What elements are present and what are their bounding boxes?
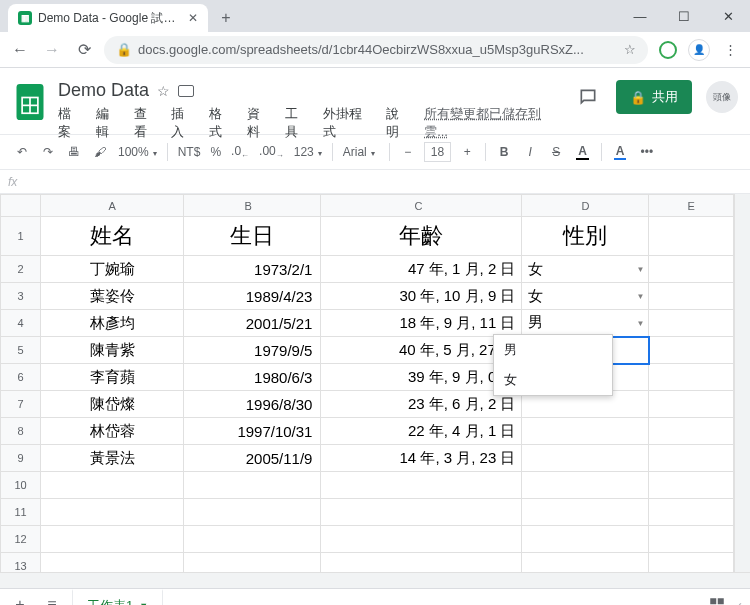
cell[interactable]: 23 年, 6 月, 2 日 bbox=[321, 391, 522, 418]
all-sheets-button[interactable]: ≡ bbox=[40, 593, 64, 606]
row-header[interactable]: 6 bbox=[1, 364, 41, 391]
cell[interactable] bbox=[321, 499, 522, 526]
percent-button[interactable]: % bbox=[208, 141, 223, 163]
cell[interactable] bbox=[522, 445, 649, 472]
col-header-b[interactable]: B bbox=[183, 195, 321, 217]
sheet-tab-1[interactable]: 工作表1▼ bbox=[72, 589, 163, 606]
cell[interactable] bbox=[649, 418, 734, 445]
sheet-grid[interactable]: A B C D E 1 姓名 生日 年齡 性別 2丁婉瑜1973/2/147 年… bbox=[0, 194, 734, 572]
cell[interactable] bbox=[522, 472, 649, 499]
back-button[interactable]: ← bbox=[8, 38, 32, 62]
horizontal-scrollbar[interactable] bbox=[0, 572, 750, 588]
dec-less-button[interactable]: .0← bbox=[229, 140, 251, 164]
dropdown-option-female[interactable]: 女 bbox=[494, 365, 612, 395]
cell[interactable]: 陳岱燦 bbox=[41, 391, 184, 418]
row-header[interactable]: 7 bbox=[1, 391, 41, 418]
explore-button[interactable] bbox=[705, 593, 729, 606]
cell[interactable] bbox=[321, 472, 522, 499]
cell[interactable] bbox=[522, 553, 649, 573]
cell[interactable]: 18 年, 9 月, 11 日 bbox=[321, 310, 522, 337]
menu-data[interactable]: 資料 bbox=[247, 105, 273, 141]
extension-icon[interactable] bbox=[656, 38, 680, 62]
cell[interactable]: 生日 bbox=[183, 217, 321, 256]
menu-view[interactable]: 查看 bbox=[134, 105, 160, 141]
row-header[interactable]: 13 bbox=[1, 553, 41, 573]
cell[interactable] bbox=[649, 391, 734, 418]
row-header[interactable]: 3 bbox=[1, 283, 41, 310]
vertical-scrollbar[interactable] bbox=[734, 194, 750, 572]
cell[interactable]: 47 年, 1 月, 2 日 bbox=[321, 256, 522, 283]
redo-button[interactable]: ↷ bbox=[38, 141, 58, 163]
cell[interactable]: 女▼ bbox=[522, 256, 649, 283]
doc-title[interactable]: Demo Data bbox=[58, 80, 149, 101]
close-window-button[interactable]: ✕ bbox=[706, 0, 750, 32]
cell[interactable]: 2001/5/21 bbox=[183, 310, 321, 337]
cell[interactable] bbox=[649, 526, 734, 553]
cell[interactable] bbox=[649, 553, 734, 573]
cell[interactable]: 1973/2/1 bbox=[183, 256, 321, 283]
currency-button[interactable]: NT$ bbox=[176, 141, 203, 163]
cell[interactable]: 林岱蓉 bbox=[41, 418, 184, 445]
menu-edit[interactable]: 編輯 bbox=[96, 105, 122, 141]
account-avatar[interactable]: 頭像 bbox=[706, 81, 738, 113]
cell[interactable]: 年齡 bbox=[321, 217, 522, 256]
row-header[interactable]: 2 bbox=[1, 256, 41, 283]
browser-tab[interactable]: ▦ Demo Data - Google 試算表 ✕ bbox=[8, 4, 208, 32]
cell[interactable] bbox=[183, 553, 321, 573]
cell[interactable] bbox=[41, 499, 184, 526]
cell[interactable] bbox=[649, 445, 734, 472]
cell[interactable]: 性別 bbox=[522, 217, 649, 256]
cell[interactable] bbox=[522, 499, 649, 526]
move-doc-icon[interactable] bbox=[178, 85, 194, 97]
dropdown-arrow-icon[interactable]: ▼ bbox=[636, 265, 644, 274]
dec-more-button[interactable]: .00→ bbox=[257, 140, 286, 164]
saved-status[interactable]: 所有變更都已儲存到雲... bbox=[424, 105, 564, 141]
profile-icon[interactable]: 👤 bbox=[688, 39, 710, 61]
row-header[interactable]: 1 bbox=[1, 217, 41, 256]
cell[interactable]: 30 年, 10 月, 9 日 bbox=[321, 283, 522, 310]
menu-help[interactable]: 說明 bbox=[386, 105, 412, 141]
strike-button[interactable]: S bbox=[546, 141, 566, 163]
url-box[interactable]: 🔒 docs.google.com/spreadsheets/d/1cbr44O… bbox=[104, 36, 648, 64]
cell[interactable] bbox=[183, 526, 321, 553]
dropdown-arrow-icon[interactable]: ▼ bbox=[636, 318, 644, 327]
cell[interactable]: 14 年, 3 月, 23 日 bbox=[321, 445, 522, 472]
cell[interactable]: 黃景法 bbox=[41, 445, 184, 472]
italic-button[interactable]: I bbox=[520, 141, 540, 163]
zoom-select[interactable]: 100% bbox=[116, 141, 159, 163]
cell[interactable] bbox=[522, 526, 649, 553]
row-header[interactable]: 4 bbox=[1, 310, 41, 337]
cell[interactable] bbox=[649, 256, 734, 283]
cell[interactable]: 男▼ bbox=[522, 310, 649, 337]
side-panel-toggle[interactable]: ‹ bbox=[737, 597, 742, 606]
font-size-input[interactable]: 18 bbox=[424, 142, 451, 162]
cell[interactable]: 1980/6/3 bbox=[183, 364, 321, 391]
row-header[interactable]: 9 bbox=[1, 445, 41, 472]
row-header[interactable]: 11 bbox=[1, 499, 41, 526]
more-toolbar-button[interactable]: ••• bbox=[636, 141, 657, 163]
select-all-corner[interactable] bbox=[1, 195, 41, 217]
cell[interactable]: 22 年, 4 月, 1 日 bbox=[321, 418, 522, 445]
add-sheet-button[interactable]: + bbox=[8, 593, 32, 606]
new-tab-button[interactable]: + bbox=[214, 6, 238, 30]
col-header-a[interactable]: A bbox=[41, 195, 184, 217]
cell[interactable] bbox=[321, 526, 522, 553]
cell[interactable]: 李育蘋 bbox=[41, 364, 184, 391]
cell[interactable] bbox=[183, 499, 321, 526]
cell[interactable]: 女▼ bbox=[522, 283, 649, 310]
share-button[interactable]: 🔒共用 bbox=[616, 80, 692, 114]
number-format-select[interactable]: 123 bbox=[292, 141, 324, 163]
cell[interactable] bbox=[649, 499, 734, 526]
cell[interactable]: 葉姿伶 bbox=[41, 283, 184, 310]
reload-button[interactable]: ⟳ bbox=[72, 38, 96, 62]
fill-color-button[interactable]: A bbox=[610, 140, 631, 164]
row-header[interactable]: 10 bbox=[1, 472, 41, 499]
cell[interactable]: 丁婉瑜 bbox=[41, 256, 184, 283]
cell[interactable] bbox=[41, 526, 184, 553]
cell[interactable]: 1979/9/5 bbox=[183, 337, 321, 364]
row-header[interactable]: 5 bbox=[1, 337, 41, 364]
cell[interactable]: 1997/10/31 bbox=[183, 418, 321, 445]
cell[interactable] bbox=[649, 283, 734, 310]
cell[interactable]: 陳青紫 bbox=[41, 337, 184, 364]
font-size-minus[interactable]: − bbox=[398, 141, 418, 163]
